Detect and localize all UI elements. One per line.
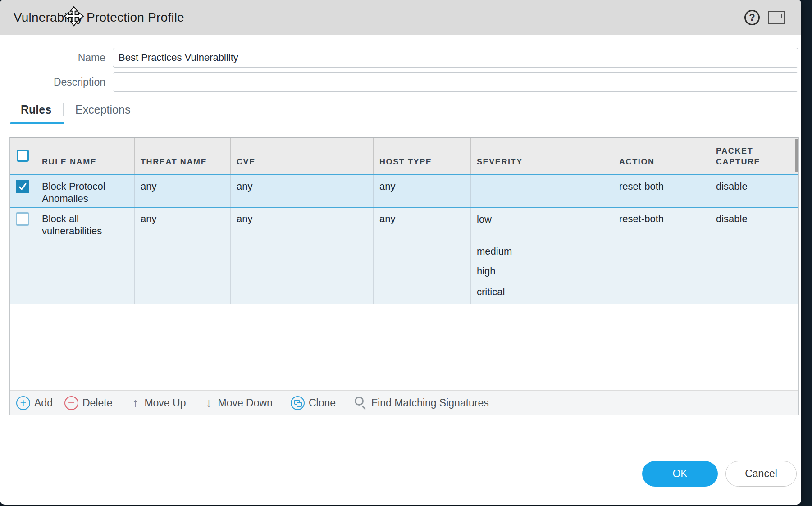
row1-packet-capture: disable <box>710 175 798 207</box>
plus-circle-icon: + <box>16 396 30 410</box>
arrow-up-icon: ↑ <box>130 396 140 410</box>
tabs-baseline-divider <box>0 124 801 124</box>
header-checkbox-cell <box>10 138 36 174</box>
window-icon[interactable] <box>768 11 785 24</box>
table-header-row: RULE NAME THREAT NAME CVE HOST TYPE SEVE… <box>10 138 798 174</box>
row2-host-type: any <box>374 208 471 304</box>
name-label: Name <box>0 52 113 64</box>
rules-table: RULE NAME THREAT NAME CVE HOST TYPE SEVE… <box>9 137 799 415</box>
move-cursor-icon <box>64 5 84 27</box>
find-matching-signatures-label: Find Matching Signatures <box>371 397 489 409</box>
tab-rules[interactable]: Rules <box>21 103 51 116</box>
find-matching-signatures-button[interactable]: Find Matching Signatures <box>354 396 495 410</box>
column-header-threat-name[interactable]: THREAT NAME <box>135 138 231 174</box>
column-header-rule-name[interactable]: RULE NAME <box>36 138 135 174</box>
column-header-severity[interactable]: SEVERITY <box>471 138 613 174</box>
search-icon <box>354 396 367 410</box>
add-button-label: Add <box>34 397 53 409</box>
clone-icon <box>291 396 305 410</box>
move-up-button[interactable]: ↑ Move Up <box>130 396 192 410</box>
delete-button-label: Delete <box>82 397 112 409</box>
table-row-block-protocol-anomalies[interactable]: Block Protocol Anomalies any any any res… <box>10 174 798 208</box>
row1-severity <box>471 175 613 207</box>
column-header-cve[interactable]: CVE <box>231 138 374 174</box>
row2-severity-list: low medium high critical <box>471 208 613 304</box>
table-row-block-all-vulnerabilities[interactable]: Block all vulnerabilities any any any lo… <box>10 208 798 304</box>
ok-button[interactable]: OK <box>642 461 718 487</box>
checkmark-icon <box>18 182 27 191</box>
row1-checkbox-cell <box>10 175 36 207</box>
move-up-button-label: Move Up <box>144 397 186 409</box>
row1-threat-name: any <box>135 175 231 207</box>
description-row: Description <box>0 72 801 92</box>
row1-rule-name: Block Protocol Anomalies <box>36 175 135 207</box>
row1-host-type: any <box>374 175 471 207</box>
select-all-checkbox[interactable] <box>17 150 29 162</box>
move-down-button[interactable]: ↓ Move Down <box>204 396 278 410</box>
help-icon[interactable]: ? <box>744 10 760 25</box>
column-header-action[interactable]: ACTION <box>613 138 710 174</box>
dialog-titlebar[interactable]: Vulnerability Protection Profile ? <box>0 0 801 35</box>
row2-threat-name: any <box>135 208 231 304</box>
row2-checkbox-unchecked[interactable] <box>16 212 29 226</box>
description-input[interactable] <box>113 72 798 92</box>
name-row: Name <box>0 48 801 68</box>
severity-low: low <box>477 214 613 225</box>
row1-checkbox-checked[interactable] <box>16 180 29 193</box>
description-label: Description <box>0 76 113 88</box>
row2-action: reset-both <box>613 208 710 304</box>
severity-medium: medium <box>477 246 613 257</box>
row2-cve: any <box>231 208 374 304</box>
clone-button-label: Clone <box>309 397 336 409</box>
row2-checkbox-cell <box>10 208 36 304</box>
table-empty-area <box>10 304 798 390</box>
column-header-host-type[interactable]: HOST TYPE <box>374 138 471 174</box>
severity-critical: critical <box>477 286 613 297</box>
tab-exceptions[interactable]: Exceptions <box>75 103 130 116</box>
row1-cve: any <box>231 175 374 207</box>
minus-circle-icon: − <box>64 396 78 410</box>
name-input[interactable] <box>113 48 798 68</box>
vulnerability-protection-profile-dialog: Vulnerability Protection Profile ? Name … <box>0 0 801 505</box>
dialog-title: Vulnerability Protection Profile <box>0 10 184 25</box>
table-scrollbar-thumb[interactable] <box>795 139 798 172</box>
row2-rule-name: Block all vulnerabilities <box>36 208 135 304</box>
row2-packet-capture: disable <box>710 208 798 304</box>
column-header-packet-capture[interactable]: PACKET CAPTURE <box>710 138 798 174</box>
cancel-button[interactable]: Cancel <box>725 461 797 487</box>
arrow-down-icon: ↓ <box>204 396 214 410</box>
row1-action: reset-both <box>613 175 710 207</box>
tab-separator <box>63 103 64 116</box>
delete-button[interactable]: − Delete <box>64 396 119 410</box>
table-toolbar: + Add − Delete ↑ Move Up ↓ Move Down Clo… <box>10 390 798 415</box>
tab-bar: Rules Exceptions <box>21 103 130 116</box>
clone-button[interactable]: Clone <box>291 396 342 410</box>
severity-high: high <box>477 265 613 277</box>
dialog-footer: OK Cancel <box>642 461 797 487</box>
add-button[interactable]: + Add <box>16 396 59 410</box>
move-down-button-label: Move Down <box>218 397 272 409</box>
